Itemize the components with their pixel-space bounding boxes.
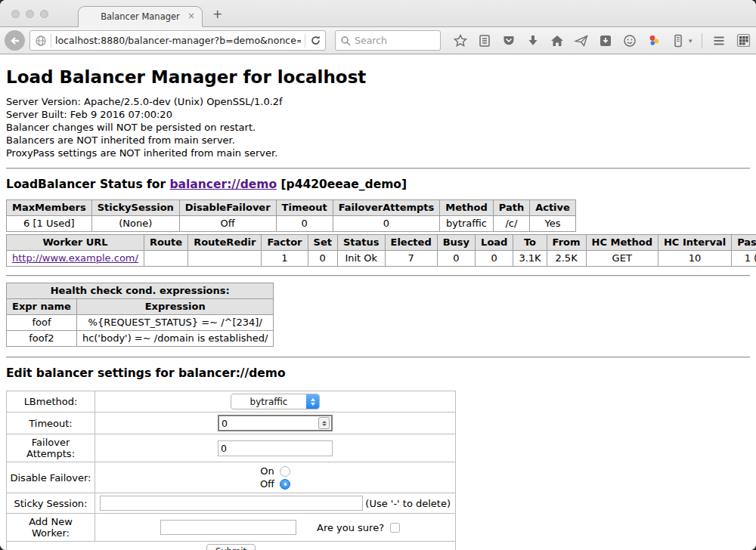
cell-from: 2.5K xyxy=(547,251,586,267)
form-row-sticky: Sticky Session: (Use '-' to delete) xyxy=(7,493,456,514)
tab-strip: Balancer Manager × + xyxy=(0,0,756,27)
select-stepper-icon xyxy=(306,394,319,409)
col-header: Set xyxy=(308,235,337,251)
window-controls xyxy=(11,10,48,18)
sticky-value-cell: (Use '-' to delete) xyxy=(95,493,456,514)
chevron-down-icon[interactable]: ▾ xyxy=(689,37,692,45)
col-header: RouteRedir xyxy=(188,235,262,251)
failover-value-cell xyxy=(95,434,456,462)
sticky-session-input[interactable] xyxy=(100,496,363,511)
search-icon xyxy=(340,36,351,46)
toolbar-separator xyxy=(702,33,702,48)
proxypass-notice-line: ProxyPass settings are NOT inherited fro… xyxy=(6,147,750,159)
cell-hc-method: GET xyxy=(586,251,658,267)
balancer-demo-link[interactable]: balancer://demo xyxy=(169,178,277,191)
minimize-window-button[interactable] xyxy=(26,10,34,18)
status-data-row: 6 [1 Used] (None) Off 0 0 bytraffic /c/ … xyxy=(7,216,576,232)
cell-load: 0 xyxy=(476,251,513,267)
lbmethod-select[interactable]: bytraffic xyxy=(231,394,320,409)
server-built-line: Server Built: Feb 9 2016 07:00:20 xyxy=(6,108,750,121)
disable-failover-value-cell: On Off xyxy=(95,462,456,493)
lb-status-heading: LoadBalancer Status for balancer://demo … xyxy=(6,178,750,191)
col-header: Expr name xyxy=(7,299,77,315)
col-header: FailoverAttempts xyxy=(333,200,440,216)
radio-on-row: On xyxy=(98,465,452,477)
col-header: HC Interval xyxy=(658,235,731,251)
cell-expr-name: foof2 xyxy=(7,331,77,347)
cell-disablefailover: Off xyxy=(179,216,276,232)
search-bar[interactable]: Search xyxy=(335,30,441,51)
cell-passes: 1 (0) xyxy=(732,251,756,267)
tab-balancer-manager[interactable]: Balancer Manager × xyxy=(78,6,203,27)
cell-failoverattempts: 0 xyxy=(333,216,440,232)
feedback-smiley-icon[interactable] xyxy=(622,33,637,48)
menu-hamburger-icon[interactable] xyxy=(711,33,727,48)
health-data-row: foof2 hc('body') =~ /domain is establish… xyxy=(7,331,274,347)
health-title-row: Health check cond. expressions: xyxy=(7,283,274,299)
globe-icon xyxy=(35,35,47,47)
form-row-add-worker: Add New Worker: Are you sure? xyxy=(7,514,456,542)
url-bar[interactable]: localhost:8880/balancer-manager?b=demo&n… xyxy=(29,30,326,51)
send-icon[interactable] xyxy=(574,33,589,48)
tile-grid-extension-icon[interactable] xyxy=(736,32,751,48)
status-header-row: MaxMembers StickySession DisableFailover… xyxy=(7,200,576,216)
persist-notice-line: Balancer changes will NOT be persisted o… xyxy=(6,121,750,134)
toolbar-icons: ▾ xyxy=(453,32,751,48)
col-header: Method xyxy=(440,200,493,216)
add-worker-input[interactable] xyxy=(160,520,296,535)
worker-data-row: http://www.example.com/ 1 0 Init Ok 7 0 … xyxy=(7,251,756,267)
edit-settings-heading: Edit balancer settings for balancer://de… xyxy=(6,366,750,380)
back-button[interactable] xyxy=(5,30,25,51)
bookmark-star-icon[interactable] xyxy=(453,33,468,48)
submit-cell: Submit xyxy=(7,542,456,550)
form-row-timeout: Timeout: xyxy=(7,412,456,434)
radio-off[interactable] xyxy=(280,479,290,490)
tab-close-icon[interactable]: × xyxy=(187,11,195,20)
pocket-icon[interactable] xyxy=(501,33,516,48)
reload-icon[interactable] xyxy=(309,34,322,47)
form-row-submit: Submit xyxy=(7,542,456,550)
col-header: From xyxy=(547,235,586,251)
home-icon[interactable] xyxy=(550,33,565,48)
lbmethod-selected-option: bytraffic xyxy=(231,394,306,409)
navigation-toolbar: localhost:8880/balancer-manager?b=demo&n… xyxy=(0,27,756,54)
col-header: Worker URL xyxy=(7,235,144,251)
browser-window: Balancer Manager × + localhost:8880/bala… xyxy=(0,0,756,550)
submit-button[interactable]: Submit xyxy=(206,544,256,550)
zoom-window-button[interactable] xyxy=(40,10,48,18)
reading-list-icon[interactable] xyxy=(477,33,492,48)
container-icon[interactable] xyxy=(671,33,686,48)
failover-label: Failover Attempts: xyxy=(7,434,95,462)
worker-url-link[interactable]: http://www.example.com/ xyxy=(12,252,138,264)
server-version-line: Server Version: Apache/2.5.0-dev (Unix) … xyxy=(6,95,750,108)
timeout-input[interactable] xyxy=(219,418,318,429)
form-row-lbmethod: LBmethod: bytraffic xyxy=(7,391,456,412)
health-header-row: Expr name Expression xyxy=(7,299,274,315)
sticky-delete-note: (Use '-' to delete) xyxy=(365,498,452,509)
cell-expression: %{REQUEST_STATUS} =~ /^[234]/ xyxy=(76,315,274,331)
urlbar-divider xyxy=(305,34,305,48)
extension-palette-icon[interactable] xyxy=(646,33,662,48)
radio-off-label: Off xyxy=(260,477,274,490)
downloads-icon[interactable] xyxy=(525,33,541,48)
number-spinner-icon[interactable] xyxy=(318,417,330,429)
urlbar-divider xyxy=(51,34,51,48)
balancer-status-table: MaxMembers StickySession DisableFailover… xyxy=(6,199,576,232)
cell-expr-name: foof xyxy=(7,315,77,331)
cell-busy: 0 xyxy=(437,251,475,267)
save-to-device-icon[interactable] xyxy=(598,33,613,48)
cell-elected: 7 xyxy=(385,251,437,267)
page-content: Load Balancer Manager for localhost Serv… xyxy=(0,54,756,550)
radio-on[interactable] xyxy=(280,466,290,477)
are-you-sure-checkbox[interactable] xyxy=(390,523,400,533)
col-header: Load xyxy=(476,235,513,251)
failover-attempts-input[interactable] xyxy=(218,440,333,456)
col-header: Factor xyxy=(262,235,308,251)
new-tab-button[interactable]: + xyxy=(212,7,222,21)
col-header: Expression xyxy=(76,299,274,315)
cell-method: bytraffic xyxy=(440,216,493,232)
sticky-label: Sticky Session: xyxy=(7,493,95,514)
col-header: Passes xyxy=(732,235,756,251)
close-window-button[interactable] xyxy=(11,10,20,18)
url-text[interactable]: localhost:8880/balancer-manager?b=demo&n… xyxy=(55,35,301,46)
